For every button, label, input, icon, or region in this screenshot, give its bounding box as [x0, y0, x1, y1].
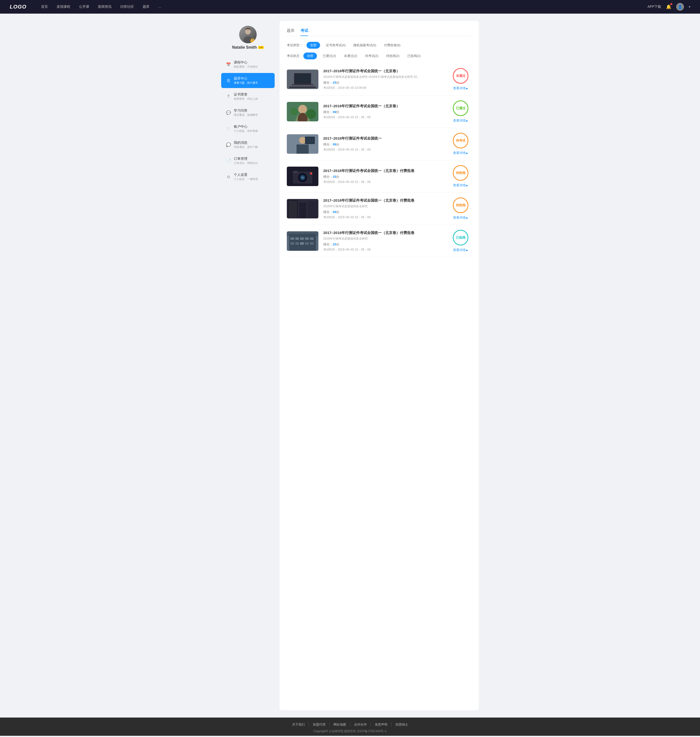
status-stamp-3: 待批阅 — [453, 165, 468, 181]
view-detail-btn-3[interactable]: 查看详情▶ — [453, 183, 468, 187]
filter-certificate-type[interactable]: 证书类考试(4) — [324, 42, 347, 49]
filter-review-pending-status[interactable]: 待批阅(2) — [384, 53, 401, 59]
menu-subtitle-account: 个人权益、实时掌握 — [234, 129, 270, 133]
filter-random-type[interactable]: 随机抽题考试(5) — [351, 42, 378, 49]
svg-rect-43 — [295, 242, 299, 245]
exam-status-label: 考试状态 — [287, 54, 300, 58]
view-detail-btn-4[interactable]: 查看详情▶ — [453, 215, 468, 220]
status-stamp-1: 已通过 — [453, 100, 468, 116]
heart-icon: ♡ — [226, 127, 231, 131]
notification-bell[interactable]: 🔔 — [666, 4, 671, 9]
menu-title-account: 账户中心 — [234, 125, 270, 129]
exam-status-area-1: 已通过 查看详情▶ — [450, 100, 472, 123]
footer-link-加盟代理[interactable]: 加盟代理 — [309, 722, 329, 727]
filter-pending-status[interactable]: 待考试(2) — [363, 53, 380, 59]
menu-title-order: 订单管理 — [234, 157, 270, 161]
footer-link-免责声明[interactable]: 免责声明 — [371, 722, 391, 727]
menu-title-qb: 题库中心 — [234, 77, 270, 81]
exam-status-filter-row: 考试状态 全部 已通过(2) 未通过(2) 待考试(2) 待批阅(2) 已批阅(… — [287, 53, 472, 59]
status-stamp-2: 待考试 — [453, 133, 468, 148]
svg-point-11 — [298, 105, 307, 113]
app-download-link[interactable]: APP下载 — [647, 4, 661, 9]
sidebar-item-qa[interactable]: 💬 学习问答 课后重温、疑难解答 — [221, 105, 275, 120]
filter-all-type[interactable]: 全部 — [306, 42, 320, 49]
filter-all-status[interactable]: 全部 — [303, 53, 317, 59]
sidebar-item-order[interactable]: 📄 订单管理 订单支出、明明白白 — [221, 153, 275, 168]
exam-time-3: 考试时间：2019–05–03 10：09：09 — [323, 180, 445, 184]
exam-info-0: 2017–2018年行测证件考试全国统一（北京卷） 2018年行测考试是最值得多… — [323, 69, 445, 90]
exam-status-area-4: 待批阅 查看详情▶ — [450, 198, 472, 220]
username-text: Natalie Smith — [232, 45, 257, 50]
exam-title-3: 2017–2018年行测证件考试全国统一（北京卷）付费批卷 — [323, 168, 445, 173]
filter-passed-status[interactable]: 已通过(2) — [321, 53, 338, 59]
svg-rect-42 — [290, 242, 294, 245]
menu-subtitle-order: 订单支出、明明白白 — [234, 161, 270, 165]
chevron-down-icon[interactable]: ▾ — [689, 5, 690, 9]
nav-discover[interactable]: 发现课程 — [57, 4, 70, 9]
message-icon: 💭 — [226, 143, 231, 147]
filter-reviewed-status[interactable]: 已批阅(2) — [406, 53, 423, 59]
view-detail-btn-2[interactable]: 查看详情▶ — [453, 151, 468, 155]
medal-icon: 🎖 — [226, 94, 231, 99]
view-detail-btn-1[interactable]: 查看详情▶ — [453, 118, 468, 123]
view-detail-btn-0[interactable]: 查看详情▶ — [453, 86, 468, 90]
menu-subtitle-message: 消息通知、及时了解 — [234, 145, 270, 149]
svg-point-13 — [290, 108, 298, 115]
arrow-icon: ▶ — [466, 152, 468, 155]
menu-subtitle-settings: 个人信息、一键管理 — [234, 177, 270, 181]
nav-question-bank[interactable]: 题库 — [143, 4, 150, 9]
exam-desc-0: 2018年行测考试是最值得多去研究 2018年行测考试是最值得多去研究 2018… — [323, 75, 421, 79]
svg-rect-30 — [289, 201, 297, 218]
avatar-placeholder: 👤 — [678, 4, 682, 9]
content-area: 题库 考试 考试类型： 全部 证书类考试(4) 随机抽题考试(5) 付费批卷(6… — [279, 21, 479, 710]
sidebar-menu: 📅 课程中心 精彩课程，不容错过 ☰ 题库中心 海量习题，助力通关 🎖 证书荣誉… — [221, 57, 275, 184]
sidebar-item-message[interactable]: 💭 我的消息 消息通知、及时了解 — [221, 137, 275, 152]
exam-time-0: 考试时间：2019–05–03 10:09:09 — [323, 86, 445, 90]
footer: 关于我们加盟代理网站地图合作伙伴免责声明招贤纳士 Copyright® 云朵商学… — [0, 718, 700, 736]
header-right: APP下载 🔔 👤 ▾ — [647, 3, 690, 11]
sidebar-profile: 🥇 Natalie Smith VIP — [221, 21, 275, 57]
exam-item: 2017–2018年行测证件考试全国统一（北京卷）付费批卷 2018年行测考试是… — [287, 193, 472, 225]
content-tabs: 题库 考试 — [287, 28, 472, 36]
view-detail-btn-5[interactable]: 查看详情▶ — [453, 248, 468, 252]
nav-more[interactable]: ... — [158, 4, 161, 9]
svg-point-27 — [310, 172, 312, 175]
sidebar: 🥇 Natalie Smith VIP 📅 课程中心 精彩课程，不容错过 ☰ 题… — [221, 21, 275, 710]
menu-title-qa: 学习问答 — [234, 109, 270, 113]
sidebar-item-certificate[interactable]: 🎖 证书荣誉 收获荣誉、持证上岗 — [221, 89, 275, 104]
menu-title-cert: 证书荣誉 — [234, 93, 270, 97]
sidebar-item-account[interactable]: ♡ 账户中心 个人权益、实时掌握 — [221, 121, 275, 136]
exam-title-5: 2017–2018年行测证件考试全国统一（北京卷）付费批卷 — [323, 231, 445, 235]
nav-home[interactable]: 首页 — [41, 4, 48, 9]
sidebar-item-settings[interactable]: ⚙ 个人设置 个人信息、一键管理 — [221, 169, 275, 184]
filter-failed-status[interactable]: 未通过(2) — [342, 53, 359, 59]
sidebar-item-course[interactable]: 📅 课程中心 精彩课程，不容错过 — [221, 57, 275, 72]
filter-paid-type[interactable]: 付费批卷(6) — [382, 42, 403, 49]
exam-score-4: 得分：99分 — [323, 210, 445, 214]
nav-news[interactable]: 新闻资讯 — [98, 4, 112, 9]
exam-score-3: 得分：25分 — [323, 175, 445, 179]
avatar[interactable]: 👤 — [676, 3, 684, 11]
sidebar-item-question-bank[interactable]: ☰ 题库中心 海量习题，助力通关 — [221, 73, 275, 88]
nav-open-course[interactable]: 公开课 — [79, 4, 89, 9]
tab-question-bank[interactable]: 题库 — [287, 28, 294, 36]
exam-desc-4: 2018年行测考试是最值得多去研究 — [323, 204, 421, 208]
footer-link-网站地图[interactable]: 网站地图 — [329, 722, 350, 727]
exam-thumbnail-3 — [287, 167, 318, 186]
exam-thumbnail-1 — [287, 102, 318, 121]
exam-time-5: 考试时间：2019–05–03 10：09：09 — [323, 248, 445, 252]
footer-link-合作伙伴[interactable]: 合作伙伴 — [350, 722, 371, 727]
nav-qa[interactable]: 问答社区 — [120, 4, 134, 9]
exam-time-4: 考试时间：2019–05–03 10：09：09 — [323, 215, 445, 220]
exam-thumbnail-0 — [287, 69, 318, 89]
exam-info-4: 2017–2018年行测证件考试全国统一（北京卷）付费批卷 2018年行测考试是… — [323, 198, 445, 220]
svg-rect-20 — [306, 137, 314, 143]
menu-subtitle-cert: 收获荣誉、持证上岗 — [234, 97, 270, 101]
exam-thumbnail-2 — [287, 134, 318, 154]
footer-link-关于我们[interactable]: 关于我们 — [288, 722, 309, 727]
main-nav: 首页 发现课程 公开课 新闻资讯 问答社区 题库 ... — [41, 4, 647, 9]
arrow-icon: ▶ — [466, 119, 468, 122]
footer-link-招贤纳士[interactable]: 招贤纳士 — [391, 722, 412, 727]
tab-exam[interactable]: 考试 — [300, 28, 308, 36]
svg-point-25 — [301, 176, 304, 179]
